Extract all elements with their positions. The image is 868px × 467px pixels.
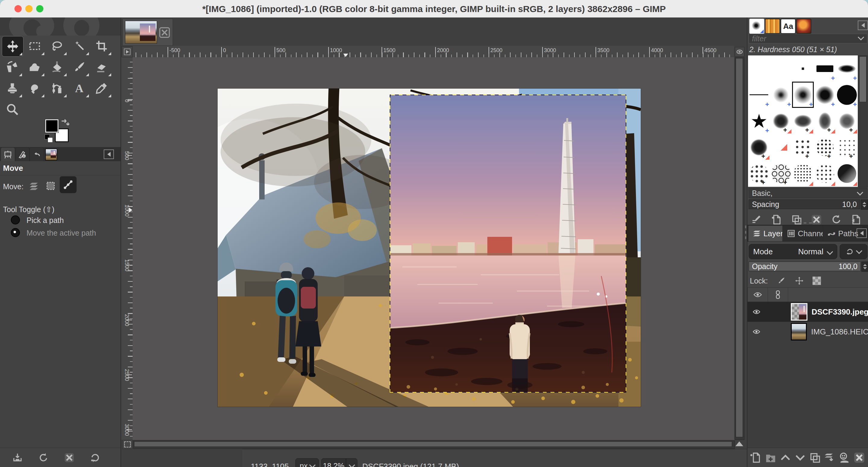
visibility-column-header[interactable]	[747, 287, 768, 302]
brush-item[interactable]	[792, 160, 814, 187]
tab-brushes[interactable]	[749, 19, 764, 34]
brush-tag-select[interactable]: Basic,	[749, 188, 867, 198]
horizontal-scrollbar-thumb[interactable]	[134, 441, 732, 447]
duplicate-layer-icon[interactable]	[809, 452, 821, 464]
tool-eraser[interactable]	[91, 57, 112, 77]
duplicate-brush-icon[interactable]	[791, 214, 802, 225]
brush-grid-scrollbar-thumb[interactable]	[859, 56, 867, 102]
tool-fuzzy-select[interactable]	[69, 36, 90, 56]
tool-paintbrush[interactable]	[69, 57, 90, 77]
navigation-button[interactable]	[735, 439, 744, 448]
delete-preset-icon[interactable]	[64, 452, 75, 463]
unit-dropdown[interactable]: px	[296, 458, 319, 467]
brush-item[interactable]: +	[836, 56, 858, 82]
eye-icon[interactable]	[753, 329, 760, 335]
delete-brush-icon[interactable]	[811, 214, 822, 225]
tab-patterns[interactable]	[765, 19, 780, 34]
brush-item[interactable]: ★+	[748, 108, 770, 134]
brush-item[interactable]	[770, 134, 792, 160]
ruler-corner-button[interactable]	[122, 46, 133, 57]
tool-color-picker[interactable]	[91, 78, 112, 98]
move-path-mode-button[interactable]	[60, 176, 76, 193]
add-mask-icon[interactable]	[838, 452, 850, 464]
brush-item[interactable]: +	[770, 160, 792, 187]
tab-undo-history[interactable]	[30, 147, 44, 162]
zoom-value[interactable]: 18,2%	[321, 458, 346, 467]
tool-clone[interactable]	[2, 78, 23, 98]
close-image-icon[interactable]	[159, 27, 170, 38]
reset-options-icon[interactable]	[90, 452, 101, 463]
mode-switch-button[interactable]	[840, 244, 867, 259]
layer-boundary-dscf3390[interactable]	[390, 95, 626, 393]
restore-preset-icon[interactable]	[38, 452, 49, 463]
opacity-spinner[interactable]	[861, 261, 868, 272]
open-brush-as-image-icon[interactable]	[850, 214, 862, 225]
tool-free-select[interactable]	[46, 36, 67, 56]
new-layer-icon[interactable]	[750, 452, 762, 464]
canvas-viewport[interactable]	[133, 57, 734, 440]
brush-item[interactable]: +	[770, 108, 792, 134]
lower-layer-icon[interactable]	[794, 452, 806, 464]
tool-crop[interactable]	[91, 36, 112, 56]
brush-item[interactable]	[770, 56, 792, 82]
panel-splitter-grip[interactable]	[745, 225, 746, 239]
quick-mask-toggle[interactable]	[122, 440, 133, 449]
brush-item[interactable]: +	[814, 108, 836, 134]
foreground-color-swatch[interactable]	[45, 119, 59, 132]
layer-mode-dropdown[interactable]: Mode Normal	[749, 244, 837, 259]
vertical-scrollbar-thumb[interactable]	[736, 58, 743, 437]
brush-item[interactable]: +	[814, 134, 836, 160]
collapse-layers-button[interactable]	[857, 228, 867, 238]
tool-warp-transform[interactable]	[24, 57, 45, 77]
dock-splitter-grip[interactable]	[798, 222, 812, 223]
lock-pixels-icon[interactable]	[776, 276, 786, 286]
spacing-slider[interactable]: Spacing 10,0	[749, 199, 860, 209]
refresh-brushes-icon[interactable]	[831, 214, 842, 225]
spacing-spinner[interactable]	[861, 199, 868, 210]
lock-alpha-icon[interactable]	[812, 277, 821, 285]
tool-smudge[interactable]	[24, 78, 45, 98]
save-preset-icon[interactable]	[12, 452, 23, 463]
collapse-tool-options-button[interactable]	[104, 150, 114, 159]
raise-layer-icon[interactable]	[779, 452, 792, 464]
brush-item[interactable]	[748, 56, 770, 82]
zoom-follow-window-button[interactable]	[735, 47, 744, 57]
brush-item[interactable]: +	[748, 160, 770, 187]
horizontal-ruler[interactable]: -500 0 500 1000 1500 2000 2500 3000 3500…	[133, 46, 734, 58]
vertical-ruler[interactable]: 0 500 1000 1500 2000 2500 3000	[121, 57, 133, 440]
merge-down-icon[interactable]	[824, 452, 836, 464]
vertical-scrollbar[interactable]	[735, 57, 744, 440]
lock-position-icon[interactable]	[795, 276, 804, 286]
tool-move[interactable]	[2, 36, 24, 57]
swap-colors-icon[interactable]	[60, 119, 69, 127]
tool-paths[interactable]	[46, 78, 67, 98]
tab-gradients[interactable]	[796, 19, 811, 34]
tool-zoom[interactable]	[2, 99, 23, 119]
brush-item-selected[interactable]: +	[792, 82, 814, 108]
tab-tool-options[interactable]	[1, 147, 15, 162]
tool-unified-transform[interactable]	[2, 57, 23, 77]
link-column-header[interactable]	[768, 287, 788, 302]
brush-item[interactable]	[792, 56, 814, 82]
brush-item[interactable]: +	[836, 82, 858, 108]
brush-filter-input[interactable]	[749, 34, 867, 43]
move-selection-mode-button[interactable]	[43, 178, 59, 194]
eye-icon[interactable]	[753, 309, 760, 315]
layer-row-dscf3390[interactable]: DSCF3390.jpeg	[747, 302, 868, 322]
default-colors-icon-bg[interactable]	[48, 137, 53, 143]
tab-image-thumbnail[interactable]	[44, 147, 59, 162]
delete-layer-icon[interactable]	[853, 452, 865, 464]
tool-bucket-fill[interactable]	[46, 57, 67, 77]
brush-item[interactable]: +	[814, 82, 836, 108]
new-brush-icon[interactable]	[771, 214, 782, 225]
brush-item[interactable]	[814, 160, 836, 187]
tool-rectangle-select[interactable]	[24, 36, 45, 56]
move-layer-mode-button[interactable]	[26, 178, 41, 194]
composite-image[interactable]	[218, 89, 641, 407]
brush-item[interactable]: +	[836, 108, 858, 134]
opacity-slider[interactable]: Opacity 100,0	[749, 261, 861, 271]
tab-device-status[interactable]: i	[15, 147, 30, 162]
layer-row-img1086[interactable]: IMG_1086.HEIC	[747, 322, 868, 342]
brush-item[interactable]: +	[770, 82, 792, 108]
zoom-dropdown[interactable]	[346, 458, 358, 467]
